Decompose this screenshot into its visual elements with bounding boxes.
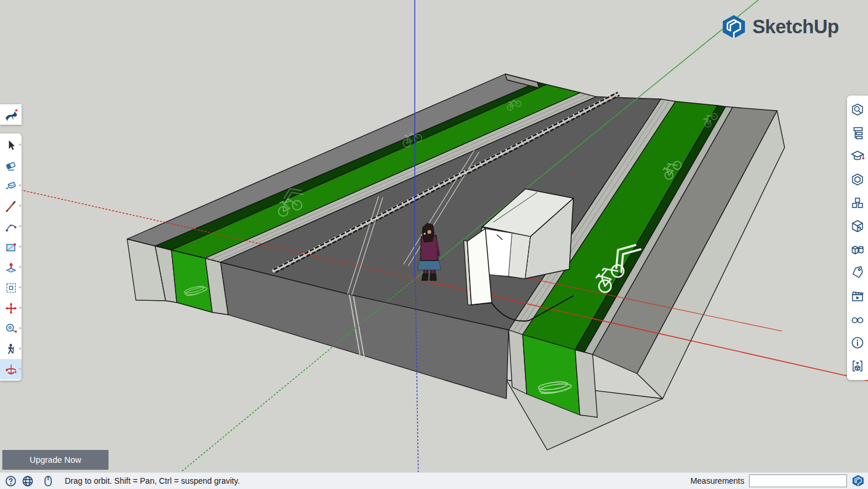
mascot-launcher-button[interactable]: [0, 104, 22, 125]
select-tool-icon: [5, 139, 18, 152]
person-face[interactable]: [428, 230, 431, 234]
model-library-icon: [850, 242, 864, 256]
model-viewport[interactable]: [0, 0, 868, 489]
info-circle-icon: [850, 336, 864, 350]
offset-tool-icon: [5, 282, 18, 294]
panel-model-info[interactable]: [847, 331, 868, 354]
styles-icon: [850, 173, 864, 187]
download-model-icon: [850, 359, 864, 373]
flyout-caret-icon: ▸: [19, 224, 22, 228]
push-pull-tool-icon: [5, 261, 18, 274]
dog-icon: [4, 108, 18, 122]
panel-materials[interactable]: [847, 214, 868, 238]
globe-icon[interactable]: [22, 475, 34, 487]
pencil-tool-icon: [5, 200, 18, 213]
instructor-icon: [850, 149, 864, 163]
flyout-caret-icon: ▸: [19, 142, 22, 147]
orbit-tool-icon: [5, 363, 18, 376]
inspect-model-icon: [850, 103, 864, 117]
tool-paint-bucket[interactable]: ▸: [0, 175, 22, 196]
eraser-tool-icon: [5, 159, 18, 172]
glasses-icon: [850, 312, 864, 326]
sketchup-logo: SketchUp: [721, 14, 839, 40]
panel-download-model[interactable]: [847, 354, 868, 378]
tags-icon: [850, 266, 864, 280]
right-toolbar: [847, 96, 868, 380]
panel-instructor[interactable]: [847, 145, 868, 168]
outliner-icon: [850, 126, 864, 140]
person-boot-left[interactable]: [422, 274, 428, 280]
tape-measure-tool-icon: [5, 322, 18, 335]
panel-styles[interactable]: [847, 168, 868, 191]
tool-orbit[interactable]: ▸: [0, 359, 22, 379]
status-hint: Drag to orbit. Shift = Pan, Ctrl = suspe…: [65, 476, 240, 486]
tool-walk[interactable]: ▸: [0, 339, 22, 359]
question-icon[interactable]: [5, 475, 17, 487]
upgrade-now-button[interactable]: Upgrade Now: [2, 450, 108, 470]
tool-eraser[interactable]: [0, 155, 22, 175]
tool-offset[interactable]: ▸: [0, 277, 22, 298]
road-model[interactable]: [127, 74, 785, 450]
tool-move[interactable]: ▸: [0, 298, 22, 318]
tool-select[interactable]: ▸: [0, 135, 22, 155]
panel-scenes[interactable]: [847, 284, 868, 308]
measurements-input[interactable]: [749, 474, 847, 487]
panel-components[interactable]: [847, 191, 868, 214]
flyout-caret-icon: ▸: [19, 244, 22, 249]
flyout-caret-icon: ▸: [19, 326, 22, 330]
tool-push-pull[interactable]: ▸: [0, 257, 22, 277]
panel-entity-info[interactable]: [847, 98, 868, 121]
materials-icon: [850, 219, 864, 233]
panel-outliner[interactable]: [847, 121, 868, 145]
person-hand[interactable]: [424, 233, 425, 234]
flyout-caret-icon: ▸: [19, 305, 22, 310]
flyout-caret-icon: ▸: [19, 203, 22, 208]
rectangle-tool-icon: [5, 241, 18, 254]
tool-tape-measure[interactable]: ▸: [0, 318, 22, 339]
brand-wordmark: SketchUp: [752, 16, 839, 38]
components-icon: [850, 196, 864, 210]
left-toolbar: ▸▸▸▸▸▸▸▸▸▸▸: [0, 133, 22, 381]
arc-tool-icon: [5, 220, 18, 233]
sketchup-cube-icon: [852, 474, 864, 487]
panel-model-library[interactable]: [847, 238, 868, 261]
flyout-caret-icon: ▸: [19, 346, 22, 351]
tool-rectangle[interactable]: ▸: [0, 237, 22, 257]
panel-display[interactable]: [847, 308, 868, 331]
move-tool-icon: [5, 302, 18, 315]
flyout-caret-icon: ▸: [19, 367, 22, 371]
status-bar: Drag to orbit. Shift = Pan, Ctrl = suspe…: [0, 472, 868, 489]
walk-tool-icon: [5, 343, 18, 356]
flyout-caret-icon: ▸: [19, 265, 22, 269]
paint-bucket-tool-icon: [5, 180, 18, 192]
measurements-label: Measurements: [690, 476, 744, 486]
sketchup-cube-icon: [721, 14, 747, 40]
tool-line[interactable]: ▸: [0, 196, 22, 216]
tool-arc[interactable]: ▸: [0, 216, 22, 237]
person-boot-right[interactable]: [430, 274, 436, 280]
panel-tags[interactable]: [847, 261, 868, 284]
scenes-icon: [850, 289, 864, 303]
mouse-icon: [42, 475, 54, 487]
flyout-caret-icon: ▸: [19, 285, 22, 290]
flyout-caret-icon: ▸: [19, 183, 22, 188]
